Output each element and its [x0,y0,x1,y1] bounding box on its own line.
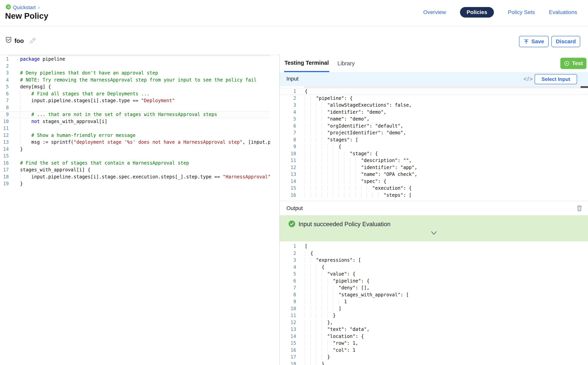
code-line: 6 # Find all stages that are Deployments… [0,91,270,98]
code-line: 1package pipeline [0,56,270,63]
code-line: 12 "identifier": "app", [280,164,588,171]
input-label: Input [286,76,299,82]
discard-button[interactable]: Discard [551,36,580,47]
code-line: 9 { [280,143,588,150]
input-editor-hscrollbar-track[interactable] [304,86,588,88]
top-nav: OverviewPoliciesPolicy SetsEvaluations [423,7,577,18]
input-editor-hscrollbar-thumb[interactable] [581,86,588,88]
output-label: Output [286,205,303,211]
code-line: 16# Find the set of stages that contain … [0,160,270,167]
code-line: 4 "identifier": "demo", [280,109,588,116]
terminal-tabs: Testing Terminal Library Test [280,55,588,72]
code-line: 8 "stages": [ [280,136,588,143]
svg-text:∞: ∞ [7,5,10,9]
code-line: 7 "projectIdentifier": "demo", [280,129,588,136]
code-line: 4# NOTE: Try removing the HarnessApprova… [0,77,270,84]
code-line: 15 "execution": { [280,185,588,192]
output-section-header: Output [280,201,588,215]
code-line: 4 { [280,264,588,271]
play-circle-icon [564,60,570,66]
code-line: 5deny[msg] { [0,84,270,91]
code-icon[interactable]: </> [524,76,533,82]
code-line: 6 "pipeline": { [280,278,588,285]
success-check-icon [288,220,295,228]
code-line: 15 [0,153,270,160]
input-json-editor[interactable]: 1{2 "pipeline": {3 "allowStageExecutions… [280,88,588,201]
evaluation-result-text: Input succeeded Policy Evaluation [299,221,390,228]
code-line: 10 "stage": { [280,150,588,157]
test-label: Test [572,60,583,66]
breadcrumb-chevron-icon: › [38,4,40,11]
output-json-editor[interactable]: 1[2 {3 "expressions": [4 {5 "value": {6 … [280,241,588,365]
code-line: 13 "name": "OPA check", [280,171,588,178]
input-section-header: Input </> Select Input [280,72,588,86]
code-line: 18 input.pipeline.stages[i].stage.spec.e… [0,174,270,181]
policy-toolbar: foo Save Discard [0,27,588,55]
policy-name: foo [14,37,24,44]
code-line: 7 input.pipeline.stages[i].stage.type ==… [0,97,270,104]
code-line: 8 "stages_with_approval": [ [280,292,588,299]
tab-library[interactable]: Library [337,55,355,72]
breadcrumb[interactable]: Quickstart › [13,4,40,11]
code-line: 16 "steps": [ [280,192,588,199]
chevron-down-icon[interactable] [430,231,438,237]
save-label: Save [531,38,544,45]
nav-item-overview[interactable]: Overview [423,9,446,15]
edit-pencil-icon[interactable] [29,37,36,45]
output-json-lines: 1[2 {3 "expressions": [4 {5 "value": {6 … [280,241,588,365]
nav-item-policies[interactable]: Policies [460,7,494,18]
page-header: ∞ Quickstart › New Policy OverviewPolici… [0,0,588,27]
harness-logo-icon[interactable]: ∞ [6,4,11,10]
trash-icon[interactable] [576,204,583,213]
policy-code-editor[interactable]: 1package pipeline23# Deny pipelines that… [0,55,270,191]
code-line: 12 }, [280,319,588,326]
code-line: 13 msg := sprintf("deployment stage '%s'… [0,139,270,146]
code-line: 1[ [280,243,588,250]
code-line: 6 "orgIdentifier": "default", [280,123,588,130]
code-line: 2 "pipeline": { [280,95,588,102]
code-line: 11 "description": "", [280,157,588,164]
code-line: 1{ [280,88,588,95]
code-line: 18 } [280,361,588,365]
code-line: 7 "deny": [], [280,284,588,292]
code-line: 3 "expressions": [ [280,257,588,264]
nav-item-policy-sets[interactable]: Policy Sets [508,9,535,15]
code-line: 16 "col": 1 [280,347,588,354]
save-button[interactable]: Save [519,36,549,47]
page-title: New Policy [5,11,48,21]
nav-item-evaluations[interactable]: Evaluations [549,9,577,15]
code-line: 13 "text": "data", [280,326,588,333]
discard-label: Discard [556,38,576,45]
select-input-button[interactable]: Select Input [535,74,577,84]
code-line: 15 "row": 1, [280,340,588,347]
code-line: 19} [0,180,270,187]
code-line: 12 # Show a human-friendly error message [0,132,270,139]
code-line: 17 } [280,354,588,361]
code-line: 3 "allowStageExecutions": false, [280,102,588,109]
policy-editor-hscrollbar-track[interactable] [7,55,270,56]
code-line: 3# Deny pipelines that don't have an app… [0,70,270,77]
code-line: 5 "value": { [280,271,588,278]
code-line: 17stages_with_approval[i] { [0,167,270,174]
code-line: 10 ] [280,305,588,312]
evaluation-result-banner: Input succeeded Policy Evaluation [280,215,588,241]
tab-testing-terminal[interactable]: Testing Terminal [284,55,329,72]
code-line: 11 [0,125,270,132]
upload-icon [524,39,529,44]
policy-code-lines: 1package pipeline23# Deny pipelines that… [0,55,270,187]
code-line: 8 [0,104,270,111]
code-line: 9 1 [280,298,588,305]
policy-shield-icon [6,37,12,44]
code-line: 2 [0,63,270,70]
code-line: 10 not stages_with_approval[i] [0,118,270,125]
code-line: 2 { [280,250,588,257]
code-line: 14 "spec": { [280,178,588,185]
code-line: 11 } [280,312,588,319]
code-line: 9 # ... that are not in the set of stage… [0,111,270,118]
code-line: 14 "location": { [280,333,588,340]
breadcrumb-link[interactable]: Quickstart [13,5,36,11]
code-line: 14} [0,146,270,153]
test-button[interactable]: Test [560,58,587,69]
input-json-lines: 1{2 "pipeline": {3 "allowStageExecutions… [280,88,588,199]
code-line: 5 "name": "demo", [280,116,588,123]
